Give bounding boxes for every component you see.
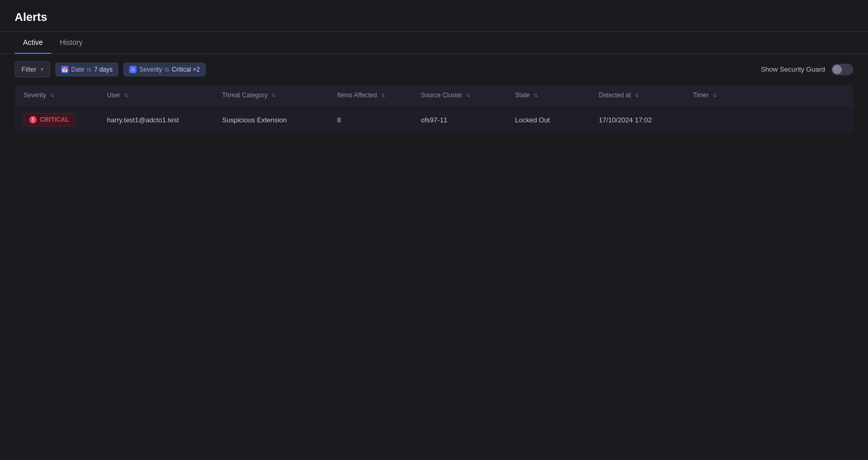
chip-severity-label: Severity — [139, 66, 162, 73]
cell-user: harry.test1@adcto1.test — [99, 106, 214, 134]
calendar-icon: 📅 — [61, 66, 69, 73]
col-header-state[interactable]: State ⇅ — [507, 85, 591, 106]
chip-severity-value: Critical +2 — [172, 66, 200, 73]
cell-state: Locked Out — [507, 106, 591, 134]
page-header: Alerts — [0, 0, 868, 32]
filter-dropdown[interactable]: Filter ▾ — [15, 61, 50, 77]
alerts-table: Severity ⇅ User ⇅ Threat Category ⇅ Item… — [15, 85, 853, 134]
critical-icon: ! — [29, 116, 37, 123]
sort-icon-items: ⇅ — [381, 93, 385, 98]
col-header-cluster[interactable]: Source Cluster ⇅ — [413, 85, 507, 106]
cell-threat: Suspicious Extension — [214, 106, 329, 134]
chevron-down-icon: ▾ — [41, 66, 43, 72]
tabs-bar: Active History — [0, 32, 868, 54]
table-container: Severity ⇅ User ⇅ Threat Category ⇅ Item… — [0, 85, 868, 134]
table-body: ! CRITICAL harry.test1@adcto1.test Suspi… — [15, 106, 853, 134]
col-header-user[interactable]: User ⇅ — [99, 85, 214, 106]
severity-badge: ! CRITICAL — [24, 113, 75, 126]
tab-history[interactable]: History — [51, 32, 91, 54]
filter-chip-severity[interactable]: ⚠ Severity is Critical +2 — [123, 63, 206, 76]
filter-label: Filter — [21, 65, 37, 73]
cell-cluster: ofs97-11 — [413, 106, 507, 134]
show-guard-label: Show Security Guard — [761, 65, 825, 73]
col-header-detected[interactable]: Detected at ⇅ — [591, 85, 685, 106]
cell-timer — [685, 106, 853, 134]
cell-detected: 17/10/2024 17:02 — [591, 106, 685, 134]
sort-icon-threat: ⇅ — [272, 93, 276, 98]
chip-date-label: Date — [71, 66, 84, 73]
cell-severity: ! CRITICAL — [15, 106, 99, 134]
show-guard-toggle[interactable] — [831, 64, 853, 75]
toolbar-left: Filter ▾ 📅 Date is 7 days ⚠ Severity is … — [15, 61, 206, 77]
sort-icon-state: ⇅ — [534, 93, 538, 98]
page-title: Alerts — [15, 10, 47, 24]
col-header-severity[interactable]: Severity ⇅ — [15, 85, 99, 106]
chip-severity-op: is — [165, 66, 170, 73]
col-header-threat[interactable]: Threat Category ⇅ — [214, 85, 329, 106]
sort-icon-detected: ⇅ — [635, 93, 639, 98]
col-header-items[interactable]: Items Affected ⇅ — [329, 85, 413, 106]
filter-chip-date[interactable]: 📅 Date is 7 days — [55, 63, 118, 76]
table-header: Severity ⇅ User ⇅ Threat Category ⇅ Item… — [15, 85, 853, 106]
toolbar: Filter ▾ 📅 Date is 7 days ⚠ Severity is … — [0, 54, 868, 85]
sort-icon-user: ⇅ — [124, 93, 128, 98]
toolbar-right: Show Security Guard — [761, 64, 853, 75]
table-row[interactable]: ! CRITICAL harry.test1@adcto1.test Suspi… — [15, 106, 853, 134]
severity-label: CRITICAL — [40, 116, 69, 123]
chip-date-op: is — [87, 66, 92, 73]
sort-icon-cluster: ⇅ — [466, 93, 470, 98]
cell-items: 8 — [329, 106, 413, 134]
tab-active[interactable]: Active — [15, 32, 51, 54]
sort-icon-severity: ⇅ — [50, 93, 54, 98]
sort-icon-timer: ⇅ — [713, 93, 717, 98]
chip-date-value: 7 days — [94, 66, 112, 73]
severity-chip-icon: ⚠ — [129, 66, 137, 73]
col-header-timer[interactable]: Timer ⇅ — [685, 85, 853, 106]
